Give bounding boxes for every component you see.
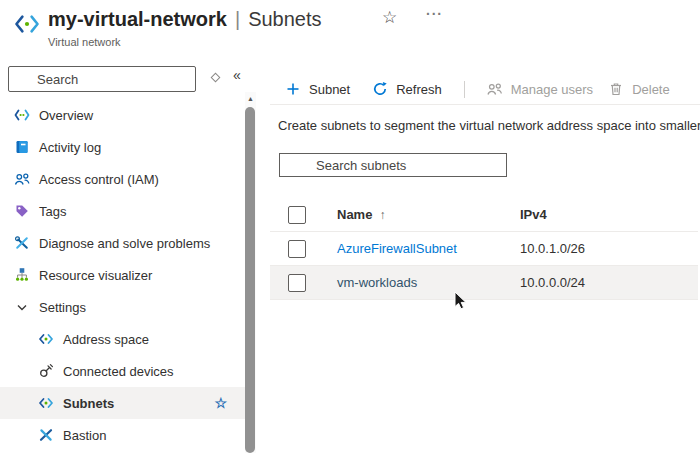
overview-icon — [14, 107, 30, 123]
delete-button[interactable]: Delete — [608, 81, 670, 97]
sidebar-item-diagnose[interactable]: Diagnose and solve problems — [0, 227, 245, 259]
refresh-button[interactable]: Refresh — [372, 81, 442, 97]
address-space-icon — [38, 331, 54, 347]
scroll-up-icon[interactable]: ▲ — [245, 95, 256, 102]
sidebar-item-activity-log[interactable]: Activity log — [0, 131, 245, 163]
sidebar-item-label: Tags — [39, 204, 66, 219]
sidebar-item-connected-devices[interactable]: Connected devices — [0, 355, 245, 387]
table-row[interactable]: vm-workloads 10.0.0.0/24 — [270, 266, 698, 300]
sidebar-menu: Overview Activity log Access control (IA… — [0, 99, 245, 451]
menu-toggle-icon[interactable] — [211, 73, 221, 83]
sidebar-item-label: Bastion — [63, 428, 106, 443]
sidebar-item-label: Overview — [39, 108, 93, 123]
sidebar-group-settings[interactable]: Settings — [0, 291, 245, 323]
page-title: my-virtual-network | Subnets — [48, 8, 322, 31]
sidebar-item-label: Access control (IAM) — [39, 172, 159, 187]
manage-users-button[interactable]: Manage users — [486, 81, 593, 97]
button-label: Delete — [632, 82, 670, 97]
command-bar: Subnet Refresh Manage users — [270, 77, 670, 101]
toolbar-divider — [270, 104, 700, 105]
connected-devices-icon — [38, 363, 54, 379]
search-subnets-input[interactable] — [279, 153, 507, 177]
resource-visualizer-icon — [14, 267, 30, 283]
button-label: Subnet — [309, 82, 350, 97]
subnets-table: Name ↑ IPv4 AzureFirewallSubnet 10.0.1.0… — [270, 198, 698, 300]
blade-name: Subnets — [248, 8, 321, 31]
sidebar-item-label: Activity log — [39, 140, 101, 155]
column-label: IPv4 — [520, 207, 547, 222]
sidebar-item-subnets[interactable]: Subnets ☆ — [0, 387, 245, 419]
sidebar-item-resource-visualizer[interactable]: Resource visualizer — [0, 259, 245, 291]
subnet-name-link[interactable]: AzureFirewallSubnet — [337, 241, 457, 256]
activity-log-icon — [14, 139, 30, 155]
favorite-star-icon[interactable]: ☆ — [214, 396, 227, 410]
sidebar-item-label: Subnets — [63, 396, 114, 411]
refresh-icon — [372, 81, 388, 97]
trash-icon — [608, 81, 624, 97]
resource-type-label: Virtual network — [48, 36, 121, 48]
sidebar-item-label: Settings — [39, 300, 86, 315]
virtual-network-icon — [13, 13, 41, 35]
people-icon — [486, 81, 503, 97]
plus-icon — [285, 81, 301, 97]
table-row[interactable]: AzureFirewallSubnet 10.0.1.0/26 — [270, 232, 698, 266]
title-separator: | — [235, 8, 240, 31]
subnets-page: my-virtual-network | Subnets ☆ ··· Virtu… — [0, 0, 700, 453]
subnet-icon — [38, 395, 54, 411]
add-subnet-button[interactable]: Subnet — [285, 81, 350, 97]
blade-description: Create subnets to segment the virtual ne… — [278, 118, 700, 133]
subnet-name-link[interactable]: vm-workloads — [337, 275, 417, 290]
collapse-sidebar-icon[interactable]: « — [233, 67, 241, 83]
sort-ascending-icon: ↑ — [379, 208, 385, 222]
table-header-row: Name ↑ IPv4 — [270, 198, 698, 232]
tag-icon — [14, 203, 30, 219]
column-header-ipv4[interactable]: IPv4 — [520, 207, 547, 222]
sidebar-item-label: Diagnose and solve problems — [39, 236, 210, 251]
subnet-ipv4: 10.0.1.0/26 — [520, 241, 585, 256]
favorite-star-icon[interactable]: ☆ — [382, 9, 397, 26]
sidebar-item-label: Address space — [63, 332, 149, 347]
subnet-ipv4: 10.0.0.0/24 — [520, 275, 585, 290]
sidebar-item-overview[interactable]: Overview — [0, 99, 245, 131]
more-menu-icon[interactable]: ··· — [426, 6, 443, 22]
sidebar-item-bastion[interactable]: Bastion — [0, 419, 245, 451]
sidebar-item-label: Resource visualizer — [39, 268, 152, 283]
sidebar-item-address-space[interactable]: Address space — [0, 323, 245, 355]
chevron-down-icon — [14, 299, 30, 315]
sidebar-item-tags[interactable]: Tags — [0, 195, 245, 227]
bastion-icon — [38, 427, 54, 443]
sidebar-item-label: Connected devices — [63, 364, 174, 379]
button-label: Refresh — [396, 82, 442, 97]
sidebar-scrollbar-thumb[interactable] — [245, 107, 255, 453]
sidebar-search-input[interactable] — [8, 66, 196, 92]
column-label: Name — [337, 207, 372, 222]
row-checkbox[interactable] — [288, 240, 306, 258]
access-control-icon — [14, 171, 30, 187]
button-label: Manage users — [511, 82, 593, 97]
sidebar-item-access-control[interactable]: Access control (IAM) — [0, 163, 245, 195]
diagnose-icon — [14, 235, 30, 251]
select-all-checkbox[interactable] — [288, 206, 306, 224]
toolbar-separator — [464, 81, 465, 98]
column-header-name[interactable]: Name ↑ — [337, 207, 520, 222]
resource-name: my-virtual-network — [48, 8, 227, 31]
row-checkbox[interactable] — [288, 274, 306, 292]
